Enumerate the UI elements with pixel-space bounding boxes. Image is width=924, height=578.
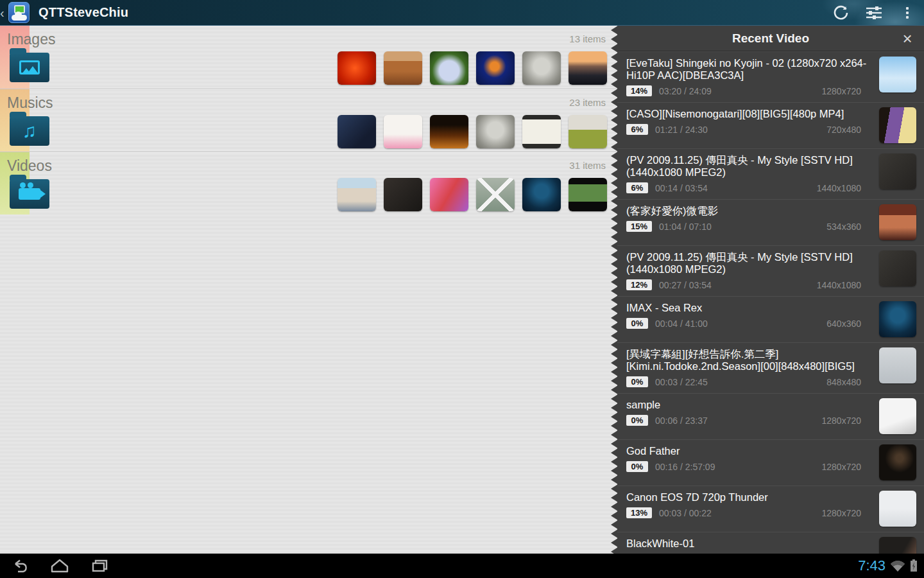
recent-video-title: [異域字幕組][好想告訴你.第二季][Kimi.ni.Todoke.2nd.Se… <box>626 348 871 372</box>
library-row-images[interactable]: Images 13 items <box>0 26 617 89</box>
back-icon <box>10 558 30 574</box>
recent-video-title: (PV 2009.11.25) 傳田真央 - My Style [SSTV HD… <box>626 251 871 276</box>
video-thumbnail[interactable] <box>476 178 515 211</box>
video-thumbnail[interactable] <box>879 301 916 337</box>
album-thumbnail[interactable] <box>430 115 468 148</box>
video-thumbnail[interactable] <box>569 178 607 211</box>
video-resolution: 1280x720 <box>821 462 871 472</box>
progress-badge: 12% <box>626 279 652 290</box>
tune-button[interactable] <box>857 0 891 25</box>
recent-video-panel: Recent Video × [EveTaku] Shingeki no Kyo… <box>617 26 924 554</box>
recent-video-item[interactable]: sample 0% 00:06 / 23:37 1280x720 <box>617 394 924 440</box>
album-thumbnail[interactable] <box>569 115 607 148</box>
recent-video-text: Canon EOS 7D 720p Thunder 13% 00:03 / 00… <box>626 491 871 519</box>
recent-video-text: BlackWhite-01 5% 02:49 / 1:02:04 704x480 <box>626 537 871 554</box>
progress-badge: 0% <box>626 461 648 472</box>
playback-time: 03:20 / 24:09 <box>659 86 712 96</box>
videos-folder-icon[interactable] <box>10 179 49 209</box>
playback-time: 00:16 / 2:57:09 <box>655 462 715 472</box>
playback-time: 01:04 / 07:10 <box>659 222 712 232</box>
app-title: QTTSteveChiu <box>38 5 128 20</box>
album-thumbnail[interactable] <box>338 115 376 148</box>
video-thumbnail[interactable] <box>879 398 916 434</box>
back-button[interactable] <box>0 554 40 578</box>
overflow-menu-button[interactable] <box>891 0 924 25</box>
recent-video-item[interactable]: [EveTaku] Shingeki no Kyojin - 02 (1280x… <box>617 52 924 103</box>
recent-video-title: God Father <box>626 445 871 457</box>
video-thumbnail[interactable] <box>879 491 916 527</box>
status-clock: 7:43 <box>858 557 886 574</box>
progress-badge: 6% <box>626 182 648 193</box>
library-row-musics[interactable]: Musics 23 items ♫ <box>0 89 617 152</box>
image-thumbnail[interactable] <box>476 51 515 85</box>
recent-video-title: sample <box>626 399 871 411</box>
recent-video-meta: 15% 01:04 / 07:10 534x360 <box>626 220 871 232</box>
status-cluster: 7:43 <box>858 557 924 574</box>
video-thumbnail[interactable] <box>879 204 916 240</box>
playback-time: 00:03 / 00:22 <box>659 508 712 518</box>
recent-video-meta: 0% 00:04 / 41:00 640x360 <box>626 317 871 329</box>
video-thumbnail[interactable] <box>879 537 916 554</box>
video-thumbnail[interactable] <box>879 57 916 92</box>
video-resolution: 640x360 <box>826 319 871 329</box>
video-thumbnail[interactable] <box>879 107 916 143</box>
progress-badge: 0% <box>626 415 648 426</box>
recent-video-meta: 12% 00:27 / 03:54 1440x1080 <box>626 279 871 291</box>
playback-time: 00:06 / 23:37 <box>655 416 708 426</box>
video-thumbnail[interactable] <box>384 178 422 211</box>
up-chevron-icon[interactable]: ‹ <box>0 1 8 25</box>
image-glyph-icon <box>10 53 49 82</box>
album-thumbnail[interactable] <box>522 115 561 148</box>
recents-button[interactable] <box>80 554 119 578</box>
home-button[interactable] <box>40 554 80 578</box>
video-thumbnail[interactable] <box>430 178 468 211</box>
playback-time: 01:21 / 24:30 <box>655 125 708 135</box>
refresh-icon <box>832 4 849 21</box>
image-thumbnail[interactable] <box>569 51 607 85</box>
image-thumbnail[interactable] <box>522 51 561 85</box>
video-thumbnail[interactable] <box>879 347 916 383</box>
recent-video-text: God Father 0% 00:16 / 2:57:09 1280x720 <box>626 444 871 473</box>
recent-video-text: [EveTaku] Shingeki no Kyojin - 02 (1280x… <box>626 57 871 97</box>
refresh-button[interactable] <box>824 0 857 25</box>
images-folder-icon[interactable] <box>10 53 49 82</box>
progress-badge: 0% <box>626 318 648 329</box>
home-icon <box>49 558 70 574</box>
playback-time: 00:04 / 41:00 <box>655 319 708 329</box>
recent-video-title: IMAX - Sea Rex <box>626 302 871 314</box>
video-resolution: 1280x720 <box>821 508 871 518</box>
album-thumbnail[interactable] <box>476 115 515 148</box>
recent-video-item[interactable]: (PV 2009.11.25) 傳田真央 - My Style [SSTV HD… <box>617 246 924 297</box>
recent-video-item[interactable]: (客家好愛你)微電影 15% 01:04 / 07:10 534x360 <box>617 200 924 246</box>
recent-video-item[interactable]: [異域字幕組][好想告訴你.第二季][Kimi.ni.Todoke.2nd.Se… <box>617 343 924 394</box>
recent-video-meta: 13% 00:03 / 00:22 1280x720 <box>626 507 871 519</box>
recent-video-item[interactable]: [CASO][Nisemonogatari][08][BIG5][480p MP… <box>617 103 924 149</box>
recent-video-item[interactable]: Canon EOS 7D 720p Thunder 13% 00:03 / 00… <box>617 486 924 532</box>
video-thumbnail[interactable] <box>879 444 916 480</box>
playback-time: 00:03 / 22:45 <box>655 377 708 387</box>
musics-folder-icon[interactable]: ♫ <box>10 116 49 146</box>
recent-video-text: IMAX - Sea Rex 0% 00:04 / 41:00 640x360 <box>626 301 871 329</box>
close-icon[interactable]: × <box>894 26 920 51</box>
recent-video-text: [異域字幕組][好想告訴你.第二季][Kimi.ni.Todoke.2nd.Se… <box>626 347 871 388</box>
image-thumbnail[interactable] <box>384 51 422 85</box>
recent-video-meta: 0% 00:06 / 23:37 1280x720 <box>626 414 871 426</box>
video-thumbnail[interactable] <box>338 178 376 211</box>
video-resolution: 1280x720 <box>821 416 871 426</box>
recent-video-item[interactable]: IMAX - Sea Rex 0% 00:04 / 41:00 640x360 <box>617 297 924 343</box>
video-thumbnail[interactable] <box>879 250 916 286</box>
library-row-videos[interactable]: Videos 31 items <box>0 152 617 215</box>
tune-icon <box>865 4 883 21</box>
recent-video-item[interactable]: God Father 0% 00:16 / 2:57:09 1280x720 <box>617 440 924 486</box>
album-thumbnail[interactable] <box>384 115 422 148</box>
recent-video-list[interactable]: [EveTaku] Shingeki no Kyojin - 02 (1280x… <box>617 52 924 554</box>
video-thumbnail[interactable] <box>879 153 916 189</box>
video-resolution: 1440x1080 <box>817 280 871 290</box>
recent-video-item[interactable]: (PV 2009.11.25) 傳田真央 - My Style [SSTV HD… <box>617 149 924 200</box>
video-thumbnail[interactable] <box>522 178 561 211</box>
app-icon[interactable] <box>8 2 30 23</box>
recent-video-title: [EveTaku] Shingeki no Kyojin - 02 (1280x… <box>626 57 871 82</box>
recent-video-item[interactable]: BlackWhite-01 5% 02:49 / 1:02:04 704x480 <box>617 532 924 554</box>
image-thumbnail[interactable] <box>338 51 376 85</box>
image-thumbnail[interactable] <box>430 51 468 85</box>
